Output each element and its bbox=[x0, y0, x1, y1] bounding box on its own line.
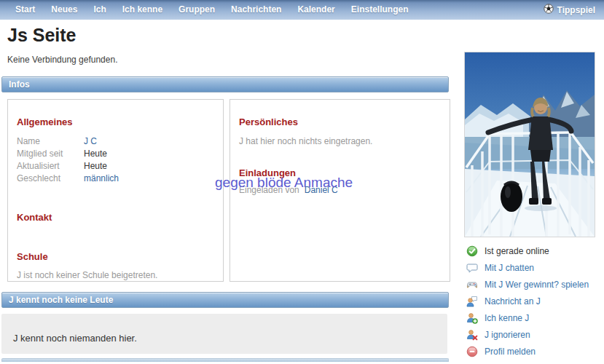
nav-tippspiel[interactable]: Tippspiel bbox=[544, 4, 604, 16]
profile-name-link[interactable]: J C bbox=[84, 135, 97, 148]
online-status-text: Ist gerade online bbox=[485, 246, 549, 256]
page-title: Js Seite bbox=[7, 24, 450, 46]
allgemeines-heading: Allgemeines bbox=[17, 116, 223, 127]
online-status-icon bbox=[466, 245, 478, 257]
nav-list: Start Neues Ich Ich kenne Gruppen Nachri… bbox=[0, 0, 416, 20]
invited-by-row: Eingeladen von Daniel C bbox=[239, 185, 450, 196]
action-game[interactable]: Mit J Wer gewinnt? spielen bbox=[466, 277, 599, 293]
nav-item-start[interactable]: Start bbox=[7, 0, 43, 20]
add-contact-icon bbox=[466, 312, 478, 324]
gender-label: Geschlecht bbox=[17, 173, 84, 185]
action-add-contact[interactable]: Ich kenne J bbox=[466, 310, 599, 326]
ignore-link[interactable]: J ignorieren bbox=[485, 330, 530, 340]
infos-section-header: Infos bbox=[1, 76, 449, 92]
message-link[interactable]: Nachricht an J bbox=[485, 296, 541, 306]
game-link[interactable]: Mit J Wer gewinnt? spielen bbox=[485, 280, 589, 290]
gamepad-icon bbox=[466, 279, 478, 290]
ignore-contact-icon bbox=[466, 329, 478, 341]
schule-heading: Schule bbox=[17, 251, 223, 262]
profile-photo[interactable] bbox=[464, 52, 595, 237]
info-row-updated: Aktualisiert Heute bbox=[17, 160, 223, 173]
persoenliches-heading: Persönliches bbox=[239, 116, 450, 127]
next-section-header-partial bbox=[1, 358, 449, 362]
profile-actions: Ist gerade online Mit J chatten bbox=[464, 243, 599, 360]
chat-bubble-icon bbox=[466, 262, 478, 274]
action-message[interactable]: Nachricht an J bbox=[466, 293, 599, 309]
schule-empty-text: J ist noch keiner Schule beigetreten. bbox=[17, 270, 223, 280]
tippspiel-label[interactable]: Tippspiel bbox=[557, 5, 595, 15]
message-person-icon bbox=[466, 296, 478, 307]
main-column: Js Seite Keine Verbindung gefunden. Info… bbox=[0, 20, 450, 362]
friends-section-header: J kennt noch keine Leute bbox=[1, 292, 449, 308]
nav-item-nachrichten[interactable]: Nachrichten bbox=[223, 0, 289, 20]
updated-value: Heute bbox=[84, 160, 107, 173]
nav-item-neues[interactable]: Neues bbox=[43, 0, 85, 20]
member-since-value: Heute bbox=[84, 148, 107, 160]
nav-item-ich[interactable]: Ich bbox=[85, 0, 114, 20]
action-chat[interactable]: Mit J chatten bbox=[466, 260, 599, 276]
allgemeines-rows: Name J C Mitglied seit Heute Aktualisier… bbox=[17, 135, 223, 185]
report-link[interactable]: Profil melden bbox=[485, 347, 536, 357]
nav-item-ich-kenne[interactable]: Ich kenne bbox=[114, 0, 170, 20]
action-ignore[interactable]: J ignorieren bbox=[466, 327, 599, 343]
chat-link[interactable]: Mit J chatten bbox=[485, 263, 534, 273]
connection-status-text: Keine Verbindung gefunden. bbox=[7, 55, 450, 65]
updated-label: Aktualisiert bbox=[17, 160, 84, 173]
member-since-label: Mitglied seit bbox=[17, 148, 84, 160]
allgemeines-panel: Allgemeines Name J C Mitglied seit Heute… bbox=[7, 99, 224, 282]
profile-sidebar: Ist gerade online Mit J chatten bbox=[464, 52, 599, 360]
name-label: Name bbox=[17, 135, 84, 148]
invited-by-label: Eingeladen von bbox=[239, 185, 299, 196]
info-row-name: Name J C bbox=[17, 135, 223, 148]
persoenliches-panel: Persönliches J hat hier noch nichts eing… bbox=[230, 99, 450, 282]
info-panels: Allgemeines Name J C Mitglied seit Heute… bbox=[7, 99, 450, 282]
top-navbar: Start Neues Ich Ich kenne Gruppen Nachri… bbox=[0, 0, 604, 20]
nav-item-kalender[interactable]: Kalender bbox=[289, 0, 342, 20]
action-online-status: Ist gerade online bbox=[466, 243, 599, 259]
friends-empty-box: J kennt noch niemanden hier. bbox=[1, 314, 447, 354]
soccer-ball-icon bbox=[544, 4, 554, 16]
kontakt-heading: Kontakt bbox=[17, 212, 223, 223]
inviter-name-link[interactable]: Daniel C bbox=[305, 185, 338, 196]
gender-link[interactable]: männlich bbox=[84, 173, 119, 185]
add-contact-link[interactable]: Ich kenne J bbox=[485, 313, 529, 323]
info-row-gender: Geschlecht männlich bbox=[17, 173, 223, 185]
report-profile-icon bbox=[466, 346, 478, 357]
action-report[interactable]: Profil melden bbox=[466, 344, 599, 360]
nav-item-gruppen[interactable]: Gruppen bbox=[170, 0, 223, 20]
persoenliches-empty-text: J hat hier noch nichts eingetragen. bbox=[239, 136, 450, 146]
nav-item-einstellungen[interactable]: Einstellungen bbox=[343, 0, 417, 20]
einladungen-heading: Einladungen bbox=[239, 167, 450, 178]
info-row-member-since: Mitglied seit Heute bbox=[17, 148, 223, 160]
